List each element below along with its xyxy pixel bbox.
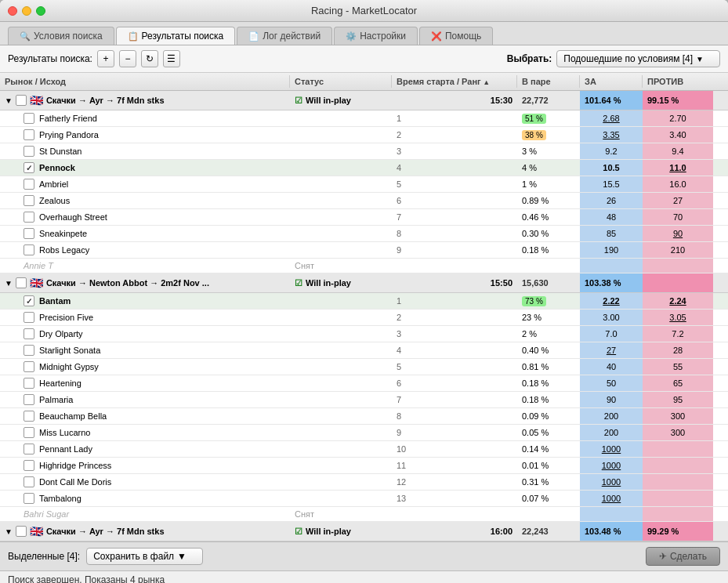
runner1-2-label: Prying Pandora: [39, 130, 99, 139]
runner2-9-checkbox[interactable]: [24, 427, 34, 438]
runner2-5-status: [290, 359, 392, 375]
runner1-7-checkbox[interactable]: [24, 212, 34, 223]
runner2-9-paired: 0.05 %: [517, 425, 580, 440]
status-check-icon: ☑: [295, 96, 302, 106]
runner2-14-back: [580, 507, 643, 521]
tab-search-results[interactable]: 📋 Результаты поиска: [116, 27, 236, 45]
market2-checkbox[interactable]: [16, 277, 27, 288]
tab-settings[interactable]: ⚙️ Настройки: [334, 27, 418, 45]
maximize-button[interactable]: [36, 6, 45, 16]
tab-action-log[interactable]: 📄 Лог действий: [237, 27, 332, 45]
close-button[interactable]: [8, 6, 17, 16]
remove-button[interactable]: −: [119, 50, 136, 67]
runner1-3-rank: 3: [392, 143, 517, 159]
th-status: Статус: [290, 75, 392, 88]
select-arrow-icon: ▼: [696, 55, 704, 63]
runner2-2-checkbox[interactable]: [24, 312, 34, 323]
market1-lay-pct: 99.15 %: [643, 91, 713, 110]
runner2-14-rank: [392, 507, 517, 521]
runner1-1-checkbox[interactable]: [24, 113, 34, 124]
runner2-3-checkbox[interactable]: [24, 328, 34, 339]
runner1-3-back: 9.2: [580, 143, 643, 159]
runner1-9-checkbox[interactable]: [24, 244, 34, 255]
traffic-lights: [8, 6, 45, 16]
runner1-9-label: Robs Legacy: [39, 245, 89, 255]
market2-time: 15:50: [392, 273, 517, 292]
runner2-8-rank: 8: [392, 408, 517, 424]
tab-help[interactable]: ❌ Помощь: [419, 27, 493, 45]
runner2-11-back: 1000: [580, 458, 643, 473]
add-button[interactable]: +: [97, 50, 114, 67]
search-conditions-icon: 🔍: [20, 31, 31, 42]
runner2-7-rank: 7: [392, 392, 517, 407]
make-button[interactable]: ✈ Сделать: [646, 547, 720, 566]
collapse-icon[interactable]: ▼: [5, 96, 13, 105]
runner2-10-checkbox[interactable]: [24, 444, 34, 454]
runner2-11-checkbox[interactable]: [24, 460, 34, 471]
runner2-1-paired: 73 %: [517, 293, 580, 309]
runner2-6-back: 50: [580, 375, 643, 391]
tab-settings-label: Настройки: [360, 31, 406, 42]
runner2-7-paired: 0.18 %: [517, 392, 580, 407]
runner1-5-status: [290, 176, 392, 192]
runner-row: Miss Lucarno 9 0.05 % 200 300: [0, 425, 728, 441]
runner2-7-checkbox[interactable]: [24, 394, 34, 405]
runner1-8-back: 85: [580, 226, 643, 241]
th-lay: ПРОТИВ: [643, 75, 713, 88]
action-select[interactable]: Сохранить в файл ▼: [86, 548, 203, 565]
runner2-4-status: [290, 342, 392, 358]
runner2-1-lay: 2.24: [643, 293, 713, 309]
market-row: ▼ 🇬🇧 Скачки → Ayr → 7f Mdn stks ☑ Will i…: [0, 91, 728, 110]
list-button[interactable]: ☰: [163, 50, 180, 67]
market3-checkbox[interactable]: [16, 526, 27, 537]
runner2-6-paired: 0.18 %: [517, 375, 580, 391]
runner2-6-checkbox[interactable]: [24, 378, 34, 389]
runner2-2-rank: 2: [392, 310, 517, 325]
market3-title: Скачки → Ayr → 7f Mdn stks: [46, 527, 165, 536]
runner2-10-label: Pennant Lady: [39, 444, 92, 454]
market-row: ▼ 🇬🇧 Скачки → Ayr → 7f Mdn stks ☑ Will i…: [0, 522, 728, 541]
runner2-4-checkbox[interactable]: [24, 345, 34, 356]
runner2-6-label: Heartening: [39, 378, 81, 388]
runner1-6-lay: 27: [643, 193, 713, 208]
runner2-10-back: 1000: [580, 441, 643, 457]
runner1-6-rank: 6: [392, 193, 517, 208]
th-time-rank[interactable]: Время старта / Ранг: [392, 75, 517, 88]
collapse3-icon[interactable]: ▼: [5, 527, 13, 536]
runner1-4-name: ✓ Pennock: [0, 160, 290, 176]
runner2-8-checkbox[interactable]: [24, 411, 34, 422]
runner2-8-back: 200: [580, 408, 643, 424]
filter-select[interactable]: Подошедшие по условиям [4] ▼: [556, 50, 720, 67]
market3-back-pct: 103.48 %: [580, 522, 643, 541]
runner2-5-checkbox[interactable]: [24, 361, 34, 372]
runner2-5-back: 40: [580, 359, 643, 375]
refresh-button[interactable]: ↻: [141, 50, 158, 67]
tab-search-conditions[interactable]: 🔍 Условия поиска: [8, 27, 114, 45]
runner-row: Midnight Gypsy 5 0.81 % 40 55: [0, 359, 728, 375]
runner2-12-checkbox[interactable]: [24, 476, 34, 487]
runner2-13-checkbox[interactable]: [24, 493, 34, 504]
collapse2-icon[interactable]: ▼: [5, 279, 13, 288]
runner1-5-checkbox[interactable]: [24, 179, 34, 190]
action-select-arrow: ▼: [177, 551, 187, 562]
runner1-2-name: Prying Pandora: [0, 127, 290, 143]
minimize-button[interactable]: [22, 6, 31, 16]
runner2-13-name: Tambalong: [0, 491, 290, 506]
runner1-1-name: Fatherly Friend: [0, 110, 290, 126]
toolbar: Результаты поиска: + − ↻ ☰ Выбрать: Подо…: [0, 45, 728, 73]
runner2-1-checkbox[interactable]: ✓: [24, 295, 34, 306]
runner1-1-back: 2.68: [580, 110, 643, 126]
runner1-6-checkbox[interactable]: [24, 195, 34, 206]
runner2-6-status: [290, 375, 392, 391]
market1-checkbox[interactable]: [16, 95, 27, 106]
runner1-4-status: [290, 160, 392, 176]
runner1-3-status: [290, 143, 392, 159]
runner1-3-checkbox[interactable]: [24, 146, 34, 157]
runner1-4-checkbox[interactable]: ✓: [24, 162, 34, 173]
runner2-7-label: Palmaria: [39, 395, 73, 404]
runner2-3-lay: 7.2: [643, 326, 713, 342]
runner1-2-checkbox[interactable]: [24, 129, 34, 140]
runner1-8-checkbox[interactable]: [24, 228, 34, 239]
runner1-6-paired: 0.89 %: [517, 193, 580, 208]
status-bar: Поиск завершен. Показаны 4 рынка: [0, 570, 728, 583]
